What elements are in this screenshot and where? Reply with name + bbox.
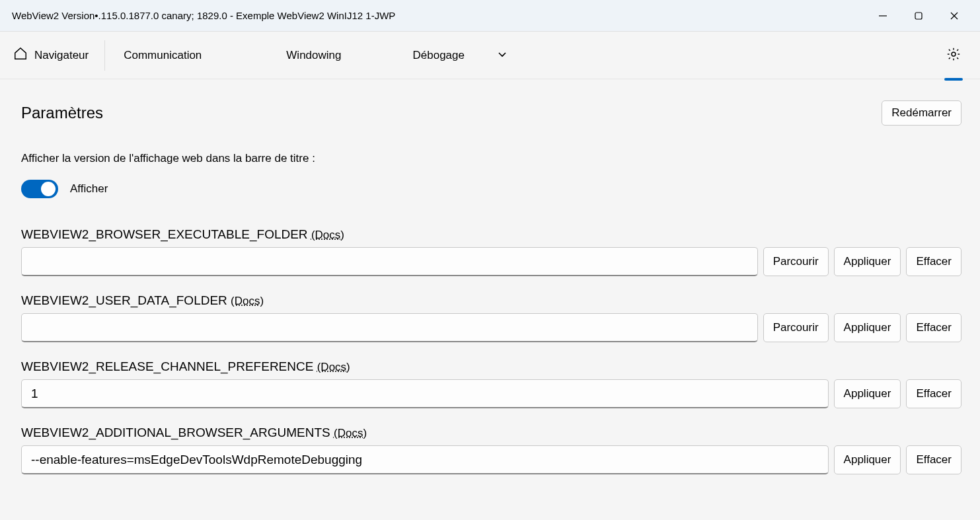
docs-link[interactable]: (Docs) [231,295,264,307]
maximize-button[interactable] [901,3,936,29]
field-input-user-data-folder[interactable] [21,313,758,342]
field-input-additional-browser-arguments[interactable] [21,445,829,474]
field-label: WEBVIEW2_USER_DATA_FOLDER [21,293,227,307]
clear-button[interactable]: Effacer [906,313,961,342]
nav-debug[interactable]: Débogage [396,40,522,71]
field-release-channel-preference: WEBVIEW2_RELEASE_CHANNEL_PREFERENCE (Doc… [21,359,961,408]
field-input-release-channel-preference[interactable] [21,379,829,408]
content: Paramètres Redémarrer Afficher la versio… [0,79,980,474]
docs-link[interactable]: (Docs) [334,427,367,439]
home-icon [13,46,28,64]
chevron-down-icon [498,49,507,62]
apply-button[interactable]: Appliquer [834,247,901,276]
browse-button[interactable]: Parcourir [763,247,829,276]
nav-windowing-label: Windowing [286,49,341,62]
field-user-data-folder: WEBVIEW2_USER_DATA_FOLDER (Docs) Parcour… [21,293,961,342]
svg-point-4 [952,52,956,56]
clear-button[interactable]: Effacer [906,379,961,408]
window-controls [865,3,972,29]
nav-windowing[interactable]: Windowing [270,40,357,71]
browse-button[interactable]: Parcourir [763,313,829,342]
svg-rect-1 [915,13,922,19]
apply-button[interactable]: Appliquer [834,379,901,408]
page-title: Paramètres [21,104,103,122]
show-version-label: Afficher la version de l'affichage web d… [21,152,961,165]
toggle-knob [41,182,56,196]
nav-settings[interactable] [940,42,967,69]
active-tab-indicator [944,78,963,81]
nav-communication[interactable]: Communication [108,40,217,71]
apply-button[interactable]: Appliquer [834,445,901,474]
clear-button[interactable]: Effacer [906,445,961,474]
close-button[interactable] [936,3,972,29]
field-label: WEBVIEW2_BROWSER_EXECUTABLE_FOLDER [21,227,308,241]
field-additional-browser-arguments: WEBVIEW2_ADDITIONAL_BROWSER_ARGUMENTS (D… [21,426,961,474]
docs-link[interactable]: (Docs) [311,229,344,241]
window-title: WebView2 Version•.115.0.1877.0 canary; 1… [8,10,865,21]
clear-button[interactable]: Effacer [906,247,961,276]
gear-icon [946,47,961,63]
toggle-state-label: Afficher [70,182,108,196]
titlebar: WebView2 Version•.115.0.1877.0 canary; 1… [0,0,980,32]
docs-link[interactable]: (Docs) [317,361,350,373]
nav-debug-label: Débogage [412,49,464,62]
nav-home-label: Navigateur [34,49,89,62]
field-input-browser-executable-folder[interactable] [21,247,758,276]
field-label: WEBVIEW2_RELEASE_CHANNEL_PREFERENCE [21,359,313,373]
minimize-button[interactable] [865,3,901,29]
apply-button[interactable]: Appliquer [834,313,901,342]
field-browser-executable-folder: WEBVIEW2_BROWSER_EXECUTABLE_FOLDER (Docs… [21,227,961,276]
navbar: Navigateur Communication Windowing Débog… [0,32,980,79]
field-label: WEBVIEW2_ADDITIONAL_BROWSER_ARGUMENTS [21,426,330,439]
nav-communication-label: Communication [124,49,202,62]
nav-home[interactable]: Navigateur [8,40,105,71]
restart-button[interactable]: Redémarrer [882,100,961,126]
show-version-toggle[interactable] [21,180,58,198]
